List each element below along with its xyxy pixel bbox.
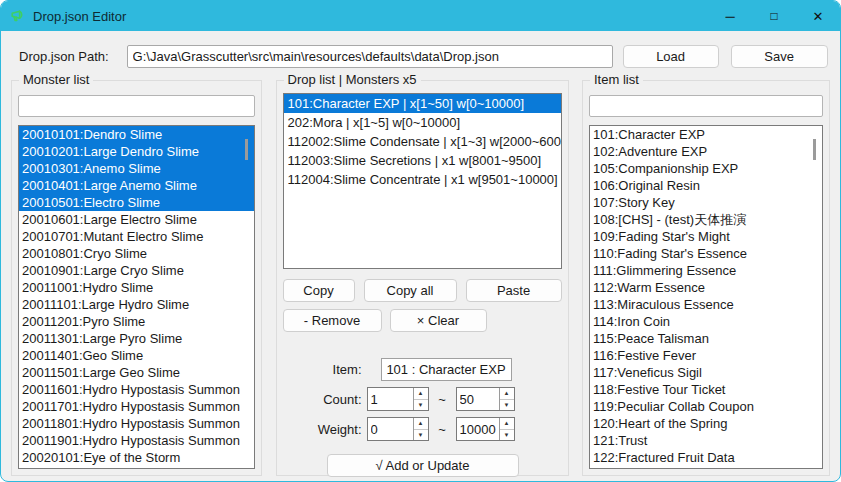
item-list-item[interactable]: 101:Character EXP bbox=[590, 126, 822, 143]
monster-list-item[interactable]: 20020101:Eye of the Storm bbox=[19, 449, 254, 466]
item-search-input[interactable] bbox=[589, 95, 823, 117]
maximize-button[interactable]: □ bbox=[752, 1, 796, 31]
copy-all-button[interactable]: Copy all bbox=[364, 279, 457, 302]
titlebar: Drop.json Editor ─ □ ✕ bbox=[1, 1, 840, 31]
item-list-item[interactable]: 111:Glimmering Essence bbox=[590, 262, 822, 279]
monster-list-item[interactable]: 20011001:Hydro Slime bbox=[19, 279, 254, 296]
monster-list-item[interactable]: 20010101:Dendro Slime bbox=[19, 126, 254, 143]
monster-scrollbar-thumb[interactable] bbox=[245, 139, 248, 160]
item-list-item[interactable]: 121:Trust bbox=[590, 432, 822, 449]
paste-button[interactable]: Paste bbox=[466, 279, 562, 302]
weight-min-input[interactable] bbox=[368, 418, 413, 440]
weight-tilde: ~ bbox=[429, 422, 456, 437]
minimize-button[interactable]: ─ bbox=[708, 1, 752, 31]
drop-list-item[interactable]: 101:Character EXP | x[1~50] w[0~10000] bbox=[284, 94, 561, 113]
count-max-input[interactable] bbox=[457, 388, 499, 410]
count-label: Count: bbox=[283, 392, 367, 407]
count-max-spinner[interactable]: ▲ ▼ bbox=[456, 387, 515, 411]
weight-min-spinner[interactable]: ▲ ▼ bbox=[367, 417, 429, 441]
remove-button[interactable]: - Remove bbox=[283, 309, 382, 332]
item-list-panel: Item list 101:Character EXP102:Adventure… bbox=[582, 80, 830, 476]
monster-listbox: 20010101:Dendro Slime20010201:Large Dend… bbox=[18, 125, 255, 469]
weight-max-spinner[interactable]: ▲ ▼ bbox=[456, 417, 515, 441]
add-or-update-button[interactable]: √ Add or Update bbox=[327, 454, 519, 477]
spin-down-icon[interactable]: ▼ bbox=[414, 400, 428, 411]
item-list-item[interactable]: 102:Adventure EXP bbox=[590, 143, 822, 160]
spin-up-icon[interactable]: ▲ bbox=[414, 388, 428, 400]
drop-listbox: 101:Character EXP | x[1~50] w[0~10000]20… bbox=[283, 93, 562, 269]
drop-list-item[interactable]: 202:Mora | x[1~5] w[0~10000] bbox=[284, 113, 561, 132]
count-max-spin-buttons: ▲ ▼ bbox=[499, 388, 514, 410]
path-input[interactable] bbox=[127, 45, 613, 68]
item-list-item[interactable]: 114:Iron Coin bbox=[590, 313, 822, 330]
monster-list-item[interactable]: 20010601:Large Electro Slime bbox=[19, 211, 254, 228]
item-scrollbar-thumb[interactable] bbox=[813, 139, 816, 160]
item-list-item[interactable]: 122:Fractured Fruit Data bbox=[590, 449, 822, 466]
item-list-item[interactable]: 118:Festive Tour Ticket bbox=[590, 381, 822, 398]
monster-list-item[interactable]: 20011201:Pyro Slime bbox=[19, 313, 254, 330]
item-list-item[interactable]: 120:Heart of the Spring bbox=[590, 415, 822, 432]
monster-list-item[interactable]: 20010201:Large Dendro Slime bbox=[19, 143, 254, 160]
item-value-box[interactable]: 101 : Character EXP bbox=[381, 358, 512, 381]
save-button[interactable]: Save bbox=[731, 45, 828, 68]
spin-down-icon[interactable]: ▼ bbox=[500, 400, 514, 411]
weight-max-spin-buttons: ▲ ▼ bbox=[499, 418, 514, 440]
load-button[interactable]: Load bbox=[623, 45, 719, 68]
monster-list-item[interactable]: 20011101:Large Hydro Slime bbox=[19, 296, 254, 313]
count-min-spinner[interactable]: ▲ ▼ bbox=[367, 387, 429, 411]
item-list-item[interactable]: 113:Miraculous Essence bbox=[590, 296, 822, 313]
count-tilde: ~ bbox=[429, 392, 456, 407]
item-list-item[interactable]: 119:Peculiar Collab Coupon bbox=[590, 398, 822, 415]
monster-list-item[interactable]: 20011401:Geo Slime bbox=[19, 347, 254, 364]
drop-list-item[interactable]: 112004:Slime Concentrate | x1 w[9501~100… bbox=[284, 170, 561, 189]
monster-list-item[interactable]: 20010501:Electro Slime bbox=[19, 194, 254, 211]
item-list-item[interactable]: 116:Festive Fever bbox=[590, 347, 822, 364]
weight-min-spin-buttons: ▲ ▼ bbox=[413, 418, 428, 440]
monster-list-item[interactable]: 20010801:Cryo Slime bbox=[19, 245, 254, 262]
monster-list-item[interactable]: 20011301:Large Pyro Slime bbox=[19, 330, 254, 347]
monster-search-input[interactable] bbox=[18, 95, 255, 117]
item-list-item[interactable]: 117:Veneficus Sigil bbox=[590, 364, 822, 381]
drop-panel-body: 101:Character EXP | x[1~50] w[0~10000]20… bbox=[277, 81, 568, 475]
monster-list-item[interactable]: 20010701:Mutant Electro Slime bbox=[19, 228, 254, 245]
monster-list-item[interactable]: 20010301:Anemo Slime bbox=[19, 160, 254, 177]
close-button[interactable]: ✕ bbox=[796, 1, 840, 31]
weight-max-input[interactable] bbox=[457, 418, 499, 440]
monster-list-item[interactable]: 20011701:Hydro Hypostasis Summon bbox=[19, 398, 254, 415]
item-listbox: 101:Character EXP102:Adventure EXP105:Co… bbox=[589, 125, 823, 469]
item-list-item[interactable]: 105:Companionship EXP bbox=[590, 160, 822, 177]
count-row: Count: ▲ ▼ ~ ▲ bbox=[283, 387, 562, 411]
spin-up-icon[interactable]: ▲ bbox=[414, 418, 428, 430]
spin-down-icon[interactable]: ▼ bbox=[500, 430, 514, 441]
monster-list-item[interactable]: 20011901:Hydro Hypostasis Summon bbox=[19, 432, 254, 449]
item-list-item[interactable]: 112:Warm Essence bbox=[590, 279, 822, 296]
monster-list-item[interactable]: 20010401:Large Anemo Slime bbox=[19, 177, 254, 194]
copy-button[interactable]: Copy bbox=[283, 279, 355, 302]
spin-up-icon[interactable]: ▲ bbox=[500, 388, 514, 400]
drop-edit-form: Item: 101 : Character EXP Count: ▲ ▼ ~ bbox=[283, 357, 562, 477]
item-list-item[interactable]: 107:Story Key bbox=[590, 194, 822, 211]
weight-row: Weight: ▲ ▼ ~ ▲ bbox=[283, 417, 562, 441]
clear-button[interactable]: × Clear bbox=[390, 309, 487, 332]
item-label: Item: bbox=[283, 362, 367, 377]
count-min-spin-buttons: ▲ ▼ bbox=[413, 388, 428, 410]
monster-list-item[interactable]: 20011501:Large Geo Slime bbox=[19, 364, 254, 381]
count-min-input[interactable] bbox=[368, 388, 413, 410]
item-list-item[interactable]: 109:Fading Star's Might bbox=[590, 228, 822, 245]
path-row: Drop.json Path: Load Save bbox=[1, 45, 840, 68]
spin-up-icon[interactable]: ▲ bbox=[500, 418, 514, 430]
monster-list-item[interactable]: 20011601:Hydro Hypostasis Summon bbox=[19, 381, 254, 398]
monster-list-item[interactable]: 20011801:Hydro Hypostasis Summon bbox=[19, 415, 254, 432]
drop-list-item[interactable]: 112002:Slime Condensate | x[1~3] w[2000~… bbox=[284, 132, 561, 151]
weight-label: Weight: bbox=[283, 422, 367, 437]
monster-list-item[interactable]: 20010901:Large Cryo Slime bbox=[19, 262, 254, 279]
item-list-item[interactable]: 115:Peace Talisman bbox=[590, 330, 822, 347]
drop-list-item[interactable]: 112003:Slime Secretions | x1 w[8001~9500… bbox=[284, 151, 561, 170]
megaphone-icon bbox=[9, 8, 26, 25]
item-list-item[interactable]: 106:Original Resin bbox=[590, 177, 822, 194]
item-list-item[interactable]: 110:Fading Star's Essence bbox=[590, 245, 822, 262]
item-list-item[interactable]: 108:[CHS] - (test)天体推演 bbox=[590, 211, 822, 228]
spin-down-icon[interactable]: ▼ bbox=[414, 430, 428, 441]
drop-list-title: Drop list | Monsters x5 bbox=[284, 72, 421, 87]
monster-list-panel: Monster list 20010101:Dendro Slime200102… bbox=[11, 80, 262, 476]
